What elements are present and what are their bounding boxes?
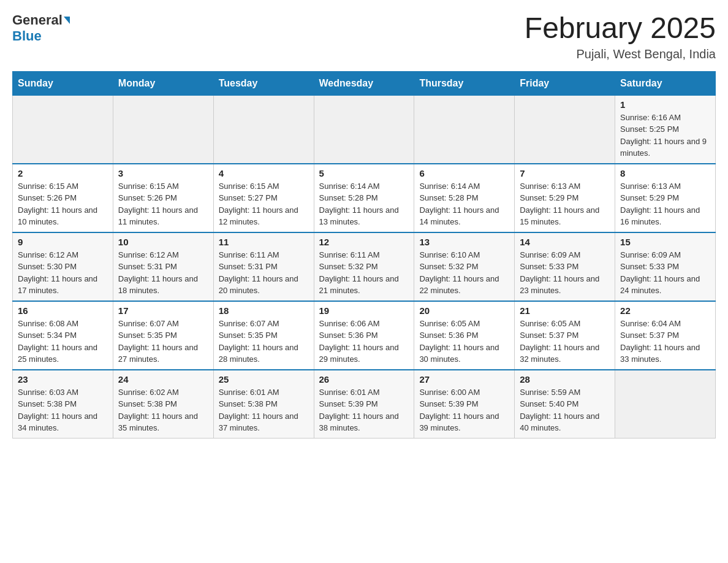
- day-number: 15: [620, 237, 710, 247]
- day-info: Sunrise: 6:05 AMSunset: 5:36 PMDaylight:…: [419, 318, 509, 366]
- day-info: Sunrise: 6:07 AMSunset: 5:35 PMDaylight:…: [118, 318, 208, 366]
- day-info: Sunrise: 6:14 AMSunset: 5:28 PMDaylight:…: [419, 180, 509, 228]
- day-info: Sunrise: 6:15 AMSunset: 5:27 PMDaylight:…: [219, 180, 309, 228]
- calendar-cell: [414, 95, 515, 164]
- day-number: 27: [419, 374, 509, 385]
- day-info: Sunrise: 6:09 AMSunset: 5:33 PMDaylight:…: [520, 249, 610, 297]
- calendar-cell: 2Sunrise: 6:15 AMSunset: 5:26 PMDaylight…: [13, 164, 113, 232]
- logo: General Blue: [12, 12, 70, 44]
- calendar-cell: 10Sunrise: 6:12 AMSunset: 5:31 PMDayligh…: [113, 232, 213, 301]
- weekday-header-tuesday: Tuesday: [213, 71, 314, 95]
- day-number: 23: [18, 374, 108, 385]
- day-number: 5: [319, 168, 409, 178]
- calendar-cell: 19Sunrise: 6:06 AMSunset: 5:36 PMDayligh…: [314, 301, 414, 370]
- day-number: 13: [419, 237, 509, 247]
- calendar-cell: 11Sunrise: 6:11 AMSunset: 5:31 PMDayligh…: [213, 232, 314, 301]
- calendar-cell: 3Sunrise: 6:15 AMSunset: 5:26 PMDaylight…: [113, 164, 213, 232]
- week-row-1: 2Sunrise: 6:15 AMSunset: 5:26 PMDaylight…: [13, 164, 716, 232]
- day-number: 17: [118, 305, 208, 316]
- day-info: Sunrise: 6:10 AMSunset: 5:32 PMDaylight:…: [419, 249, 509, 297]
- day-info: Sunrise: 6:00 AMSunset: 5:39 PMDaylight:…: [419, 386, 509, 434]
- day-info: Sunrise: 6:01 AMSunset: 5:39 PMDaylight:…: [319, 386, 409, 434]
- day-number: 11: [219, 237, 309, 247]
- calendar-cell: [515, 95, 615, 164]
- calendar-cell: [615, 370, 716, 439]
- day-info: Sunrise: 6:11 AMSunset: 5:31 PMDaylight:…: [219, 249, 309, 297]
- calendar-cell: [13, 95, 113, 164]
- weekday-header-monday: Monday: [113, 71, 213, 95]
- calendar-cell: 22Sunrise: 6:04 AMSunset: 5:37 PMDayligh…: [615, 301, 716, 370]
- day-info: Sunrise: 6:04 AMSunset: 5:37 PMDaylight:…: [620, 318, 710, 366]
- day-info: Sunrise: 6:01 AMSunset: 5:38 PMDaylight:…: [219, 386, 309, 434]
- day-number: 14: [520, 237, 610, 247]
- day-number: 7: [520, 168, 610, 178]
- day-info: Sunrise: 6:02 AMSunset: 5:38 PMDaylight:…: [118, 386, 208, 434]
- calendar-cell: 18Sunrise: 6:07 AMSunset: 5:35 PMDayligh…: [213, 301, 314, 370]
- day-number: 18: [219, 305, 309, 316]
- logo-arrow-icon: [64, 17, 70, 24]
- calendar-cell: [213, 95, 314, 164]
- day-info: Sunrise: 6:13 AMSunset: 5:29 PMDaylight:…: [520, 180, 610, 228]
- day-number: 26: [319, 374, 409, 385]
- day-info: Sunrise: 6:12 AMSunset: 5:31 PMDaylight:…: [118, 249, 208, 297]
- weekday-header-friday: Friday: [515, 71, 615, 95]
- day-number: 19: [319, 305, 409, 316]
- calendar-cell: [314, 95, 414, 164]
- calendar-cell: 16Sunrise: 6:08 AMSunset: 5:34 PMDayligh…: [13, 301, 113, 370]
- calendar-cell: 26Sunrise: 6:01 AMSunset: 5:39 PMDayligh…: [314, 370, 414, 439]
- day-number: 24: [118, 374, 208, 385]
- calendar-cell: 27Sunrise: 6:00 AMSunset: 5:39 PMDayligh…: [414, 370, 515, 439]
- day-number: 4: [219, 168, 309, 178]
- calendar-cell: 15Sunrise: 6:09 AMSunset: 5:33 PMDayligh…: [615, 232, 716, 301]
- day-info: Sunrise: 6:15 AMSunset: 5:26 PMDaylight:…: [18, 180, 108, 228]
- calendar-cell: 20Sunrise: 6:05 AMSunset: 5:36 PMDayligh…: [414, 301, 515, 370]
- calendar-cell: 28Sunrise: 5:59 AMSunset: 5:40 PMDayligh…: [515, 370, 615, 439]
- weekday-header-row: SundayMondayTuesdayWednesdayThursdayFrid…: [13, 71, 716, 95]
- title-section: February 2025 Pujali, West Bengal, India: [525, 12, 716, 61]
- logo-blue-text: Blue: [12, 28, 42, 44]
- week-row-2: 9Sunrise: 6:12 AMSunset: 5:30 PMDaylight…: [13, 232, 716, 301]
- calendar-table: SundayMondayTuesdayWednesdayThursdayFrid…: [12, 71, 716, 439]
- day-info: Sunrise: 6:14 AMSunset: 5:28 PMDaylight:…: [319, 180, 409, 228]
- day-info: Sunrise: 6:05 AMSunset: 5:37 PMDaylight:…: [520, 318, 610, 366]
- day-number: 22: [620, 305, 710, 316]
- calendar-cell: 5Sunrise: 6:14 AMSunset: 5:28 PMDaylight…: [314, 164, 414, 232]
- day-info: Sunrise: 6:07 AMSunset: 5:35 PMDaylight:…: [219, 318, 309, 366]
- calendar-cell: 9Sunrise: 6:12 AMSunset: 5:30 PMDaylight…: [13, 232, 113, 301]
- logo-general-text: General: [12, 12, 63, 28]
- day-info: Sunrise: 6:16 AMSunset: 5:25 PMDaylight:…: [620, 112, 710, 159]
- day-number: 8: [620, 168, 710, 178]
- calendar-cell: 1Sunrise: 6:16 AMSunset: 5:25 PMDaylight…: [615, 95, 716, 164]
- day-info: Sunrise: 6:11 AMSunset: 5:32 PMDaylight:…: [319, 249, 409, 297]
- calendar-cell: [113, 95, 213, 164]
- calendar-cell: 23Sunrise: 6:03 AMSunset: 5:38 PMDayligh…: [13, 370, 113, 439]
- month-title: February 2025: [525, 12, 716, 45]
- day-info: Sunrise: 6:03 AMSunset: 5:38 PMDaylight:…: [18, 386, 108, 434]
- day-number: 2: [18, 168, 108, 178]
- calendar-cell: 12Sunrise: 6:11 AMSunset: 5:32 PMDayligh…: [314, 232, 414, 301]
- calendar-cell: 8Sunrise: 6:13 AMSunset: 5:29 PMDaylight…: [615, 164, 716, 232]
- day-number: 20: [419, 305, 509, 316]
- calendar-cell: 6Sunrise: 6:14 AMSunset: 5:28 PMDaylight…: [414, 164, 515, 232]
- day-info: Sunrise: 6:12 AMSunset: 5:30 PMDaylight:…: [18, 249, 108, 297]
- location-title: Pujali, West Bengal, India: [525, 47, 716, 61]
- day-number: 12: [319, 237, 409, 247]
- calendar-cell: 4Sunrise: 6:15 AMSunset: 5:27 PMDaylight…: [213, 164, 314, 232]
- day-number: 1: [620, 99, 710, 110]
- day-number: 6: [419, 168, 509, 178]
- week-row-0: 1Sunrise: 6:16 AMSunset: 5:25 PMDaylight…: [13, 95, 716, 164]
- calendar-cell: 17Sunrise: 6:07 AMSunset: 5:35 PMDayligh…: [113, 301, 213, 370]
- day-info: Sunrise: 6:06 AMSunset: 5:36 PMDaylight:…: [319, 318, 409, 366]
- week-row-3: 16Sunrise: 6:08 AMSunset: 5:34 PMDayligh…: [13, 301, 716, 370]
- weekday-header-wednesday: Wednesday: [314, 71, 414, 95]
- calendar-cell: 25Sunrise: 6:01 AMSunset: 5:38 PMDayligh…: [213, 370, 314, 439]
- day-number: 16: [18, 305, 108, 316]
- weekday-header-sunday: Sunday: [13, 71, 113, 95]
- day-number: 28: [520, 374, 610, 385]
- day-number: 21: [520, 305, 610, 316]
- calendar-cell: 13Sunrise: 6:10 AMSunset: 5:32 PMDayligh…: [414, 232, 515, 301]
- day-number: 10: [118, 237, 208, 247]
- weekday-header-thursday: Thursday: [414, 71, 515, 95]
- day-info: Sunrise: 6:15 AMSunset: 5:26 PMDaylight:…: [118, 180, 208, 228]
- calendar-cell: 21Sunrise: 6:05 AMSunset: 5:37 PMDayligh…: [515, 301, 615, 370]
